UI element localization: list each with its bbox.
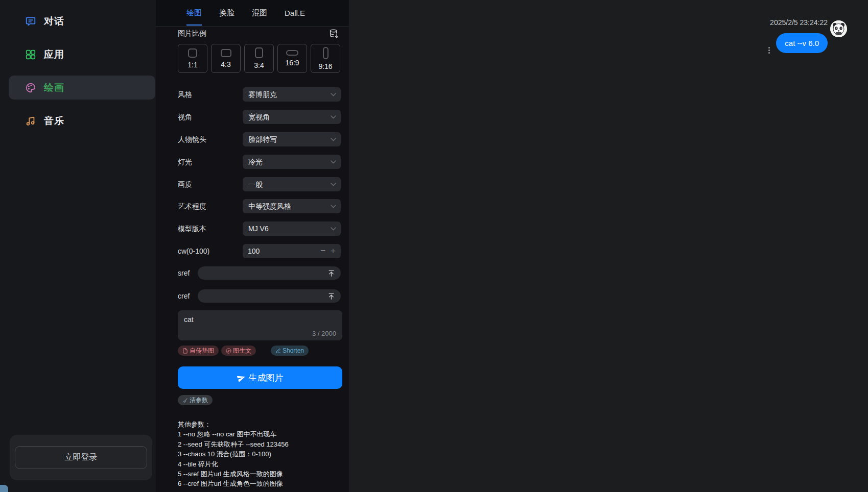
chat-bubble-icon [25,15,37,28]
ratio-shape-icon [221,49,231,57]
cw-label: cw(0-100) [178,247,209,255]
view-angle-label: 视角 [178,113,192,122]
tab-draw[interactable]: 绘图 [186,1,202,26]
tab-face-swap[interactable]: 换脸 [219,1,234,26]
sidebar: 对话 应用 绘画 音乐 立即登录 [0,0,156,492]
sidebar-item-label: 音乐 [44,114,64,128]
pad-image-tag[interactable]: 自传垫图 [178,346,219,356]
brush-icon [182,398,188,403]
clear-params-row: 清参数 [178,395,213,405]
ratio-option-9-16[interactable]: 9:16 [311,44,340,73]
chat-history-area: 2025/2/5 23:24:22 cat --v 6.0 [349,0,868,492]
upload-icon[interactable] [327,269,335,277]
floating-widget[interactable] [0,485,8,492]
style-label: 风格 [178,90,192,100]
image-to-text-tag[interactable]: 图生文 [221,346,256,356]
user-message-bubble[interactable]: cat --v 6.0 [776,33,828,53]
view-angle-select[interactable]: 宽视角 [243,110,341,124]
generate-image-button[interactable]: 生成图片 [178,366,342,389]
plus-button[interactable]: + [329,246,336,256]
file-icon [182,348,188,354]
paper-plane-icon [236,372,246,383]
ratio-shape-icon [286,50,298,56]
model-version-label: 模型版本 [178,225,206,234]
help-line: 4 --tile 碎片化 [178,459,289,469]
message-timestamp: 2025/2/5 23:24:22 [770,18,828,27]
chevron-down-icon [331,160,336,164]
ratio-shape-icon [255,47,263,58]
sidebar-item-label: 对话 [44,15,64,28]
sref-label: sref [178,269,190,277]
char-counter: 3 / 2000 [312,330,336,337]
sidebar-item-apps[interactable]: 应用 [9,42,155,66]
quality-label: 画质 [178,180,192,189]
lighting-select[interactable]: 冷光 [243,155,341,169]
help-line: 1 --no 忽略 --no car 图中不出现车 [178,429,289,439]
chevron-down-icon [331,227,336,231]
ratio-shape-icon [188,48,197,58]
ratio-options: 1:1 4:3 3:4 16:9 9:16 [178,44,340,73]
ratio-section-label: 图片比例 [178,29,206,38]
login-card: 立即登录 [10,435,152,480]
sidebar-item-label: 应用 [44,48,64,61]
login-button[interactable]: 立即登录 [15,446,147,469]
quality-select[interactable]: 一般 [243,177,341,191]
quick-tags: 自传垫图 图生文 Shorten [178,346,309,356]
help-line: 6 --cref 图片url 生成角色一致的图像 [178,479,289,488]
ratio-option-1-1[interactable]: 1:1 [178,44,207,73]
cw-value: 100 [248,247,317,255]
model-version-select[interactable]: MJ V6 [243,222,341,236]
pen-circle-icon [226,348,231,354]
pencil-icon [275,348,281,354]
chevron-down-icon [331,138,336,141]
apps-grid-icon [25,48,37,61]
app-root: 对话 应用 绘画 音乐 立即登录 绘图 换脸 [0,0,868,492]
sidebar-item-label: 绘画 [44,81,64,94]
chevron-down-icon [331,93,336,96]
palette-icon [25,82,37,94]
cref-label: cref [178,292,190,300]
character-shot-select[interactable]: 脸部特写 [243,132,341,146]
prompt-text: cat [184,315,336,324]
ratio-option-3-4[interactable]: 3:4 [244,44,274,73]
shorten-tag[interactable]: Shorten [271,346,309,356]
sidebar-item-chat[interactable]: 对话 [9,9,155,33]
art-level-label: 艺术程度 [178,202,206,211]
art-level-select[interactable]: 中等强度风格 [243,199,341,213]
cref-input[interactable] [198,289,341,303]
help-line: 其他参数： [178,420,289,429]
cw-stepper[interactable]: 100 − + [243,244,341,258]
upload-icon[interactable] [327,292,335,300]
panda-avatar-icon [830,20,847,37]
prompt-textarea[interactable]: cat 3 / 2000 [178,310,342,340]
chevron-down-icon [331,115,336,119]
ratio-option-16-9[interactable]: 16:9 [277,44,307,73]
panel-tabbar: 绘图 换脸 混图 Dall.E [156,0,349,27]
ratio-option-4-3[interactable]: 4:3 [211,44,241,73]
clear-params-tag[interactable]: 清参数 [178,395,213,405]
import-params-icon[interactable] [329,28,340,39]
lighting-label: 灯光 [178,158,192,167]
avatar[interactable] [830,20,847,37]
sidebar-item-music[interactable]: 音乐 [9,109,155,133]
tab-blend[interactable]: 混图 [252,1,267,26]
sidebar-item-draw[interactable]: 绘画 [9,76,155,100]
character-shot-label: 人物镜头 [178,135,206,144]
ratio-shape-icon [323,47,329,59]
music-note-icon [25,115,37,127]
message-more-menu-icon[interactable] [765,44,772,56]
chevron-down-icon [331,205,336,208]
sref-input[interactable] [198,266,341,280]
help-line: 2 --seed 可先获取种子 --seed 123456 [178,439,289,449]
help-line: 3 --chaos 10 混合(范围：0-100) [178,449,289,459]
help-line: 5 --sref 图片url 生成风格一致的图像 [178,469,289,479]
style-select[interactable]: 赛博朋克 [243,87,341,102]
minus-button[interactable]: − [317,246,329,256]
draw-settings-panel: 绘图 换脸 混图 Dall.E 图片比例 1:1 4:3 3:4 [156,0,349,492]
chevron-down-icon [331,183,336,186]
other-params-help: 其他参数： 1 --no 忽略 --no car 图中不出现车 2 --seed… [178,420,289,489]
tab-dalle[interactable]: Dall.E [285,1,305,25]
